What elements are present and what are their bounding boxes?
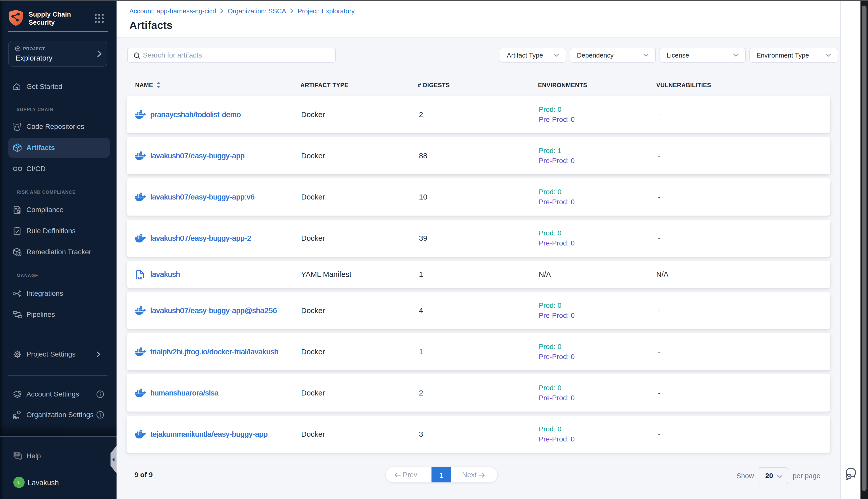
svg-text:?: ? [15,452,18,456]
